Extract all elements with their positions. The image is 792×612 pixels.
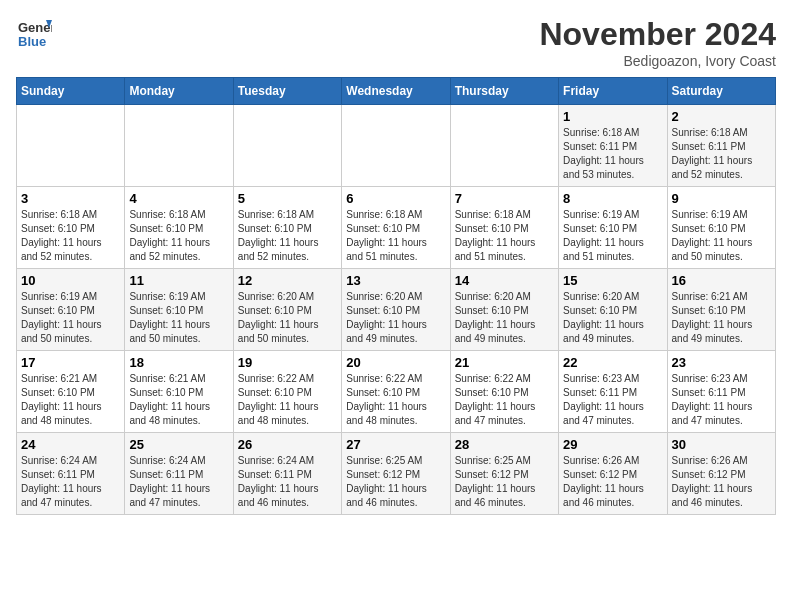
day-cell: 5Sunrise: 6:18 AM Sunset: 6:10 PM Daylig… (233, 187, 341, 269)
day-number: 16 (672, 273, 771, 288)
day-number: 9 (672, 191, 771, 206)
day-number: 14 (455, 273, 554, 288)
day-info: Sunrise: 6:19 AM Sunset: 6:10 PM Dayligh… (672, 208, 771, 264)
day-number: 5 (238, 191, 337, 206)
title-block: November 2024 Bedigoazon, Ivory Coast (539, 16, 776, 69)
weekday-header-friday: Friday (559, 78, 667, 105)
day-cell: 23Sunrise: 6:23 AM Sunset: 6:11 PM Dayli… (667, 351, 775, 433)
day-info: Sunrise: 6:23 AM Sunset: 6:11 PM Dayligh… (563, 372, 662, 428)
month-title: November 2024 (539, 16, 776, 53)
day-number: 25 (129, 437, 228, 452)
svg-text:Blue: Blue (18, 34, 46, 49)
day-cell: 21Sunrise: 6:22 AM Sunset: 6:10 PM Dayli… (450, 351, 558, 433)
day-cell: 7Sunrise: 6:18 AM Sunset: 6:10 PM Daylig… (450, 187, 558, 269)
weekday-header-saturday: Saturday (667, 78, 775, 105)
day-number: 28 (455, 437, 554, 452)
day-cell (17, 105, 125, 187)
day-cell: 30Sunrise: 6:26 AM Sunset: 6:12 PM Dayli… (667, 433, 775, 515)
day-cell: 2Sunrise: 6:18 AM Sunset: 6:11 PM Daylig… (667, 105, 775, 187)
day-cell: 3Sunrise: 6:18 AM Sunset: 6:10 PM Daylig… (17, 187, 125, 269)
day-info: Sunrise: 6:19 AM Sunset: 6:10 PM Dayligh… (563, 208, 662, 264)
day-cell: 19Sunrise: 6:22 AM Sunset: 6:10 PM Dayli… (233, 351, 341, 433)
day-number: 1 (563, 109, 662, 124)
day-cell: 26Sunrise: 6:24 AM Sunset: 6:11 PM Dayli… (233, 433, 341, 515)
day-number: 8 (563, 191, 662, 206)
location-subtitle: Bedigoazon, Ivory Coast (539, 53, 776, 69)
day-number: 20 (346, 355, 445, 370)
day-cell (233, 105, 341, 187)
day-cell: 17Sunrise: 6:21 AM Sunset: 6:10 PM Dayli… (17, 351, 125, 433)
day-cell (450, 105, 558, 187)
day-number: 30 (672, 437, 771, 452)
day-cell: 27Sunrise: 6:25 AM Sunset: 6:12 PM Dayli… (342, 433, 450, 515)
day-info: Sunrise: 6:21 AM Sunset: 6:10 PM Dayligh… (672, 290, 771, 346)
day-info: Sunrise: 6:19 AM Sunset: 6:10 PM Dayligh… (129, 290, 228, 346)
day-info: Sunrise: 6:18 AM Sunset: 6:11 PM Dayligh… (563, 126, 662, 182)
calendar-table: SundayMondayTuesdayWednesdayThursdayFrid… (16, 77, 776, 515)
weekday-header-tuesday: Tuesday (233, 78, 341, 105)
day-info: Sunrise: 6:18 AM Sunset: 6:10 PM Dayligh… (455, 208, 554, 264)
day-number: 7 (455, 191, 554, 206)
day-cell: 4Sunrise: 6:18 AM Sunset: 6:10 PM Daylig… (125, 187, 233, 269)
day-info: Sunrise: 6:25 AM Sunset: 6:12 PM Dayligh… (455, 454, 554, 510)
day-number: 21 (455, 355, 554, 370)
day-number: 11 (129, 273, 228, 288)
day-number: 3 (21, 191, 120, 206)
weekday-header-wednesday: Wednesday (342, 78, 450, 105)
day-number: 29 (563, 437, 662, 452)
day-cell: 6Sunrise: 6:18 AM Sunset: 6:10 PM Daylig… (342, 187, 450, 269)
page-header: General Blue November 2024 Bedigoazon, I… (16, 16, 776, 69)
week-row-1: 1Sunrise: 6:18 AM Sunset: 6:11 PM Daylig… (17, 105, 776, 187)
day-number: 6 (346, 191, 445, 206)
week-row-5: 24Sunrise: 6:24 AM Sunset: 6:11 PM Dayli… (17, 433, 776, 515)
day-number: 10 (21, 273, 120, 288)
day-cell: 13Sunrise: 6:20 AM Sunset: 6:10 PM Dayli… (342, 269, 450, 351)
weekday-header-sunday: Sunday (17, 78, 125, 105)
weekday-header-row: SundayMondayTuesdayWednesdayThursdayFrid… (17, 78, 776, 105)
day-cell: 15Sunrise: 6:20 AM Sunset: 6:10 PM Dayli… (559, 269, 667, 351)
day-info: Sunrise: 6:20 AM Sunset: 6:10 PM Dayligh… (563, 290, 662, 346)
day-cell: 18Sunrise: 6:21 AM Sunset: 6:10 PM Dayli… (125, 351, 233, 433)
day-cell: 24Sunrise: 6:24 AM Sunset: 6:11 PM Dayli… (17, 433, 125, 515)
day-cell: 14Sunrise: 6:20 AM Sunset: 6:10 PM Dayli… (450, 269, 558, 351)
day-cell: 8Sunrise: 6:19 AM Sunset: 6:10 PM Daylig… (559, 187, 667, 269)
day-number: 4 (129, 191, 228, 206)
day-info: Sunrise: 6:18 AM Sunset: 6:10 PM Dayligh… (346, 208, 445, 264)
day-info: Sunrise: 6:18 AM Sunset: 6:11 PM Dayligh… (672, 126, 771, 182)
day-cell: 20Sunrise: 6:22 AM Sunset: 6:10 PM Dayli… (342, 351, 450, 433)
day-info: Sunrise: 6:18 AM Sunset: 6:10 PM Dayligh… (129, 208, 228, 264)
day-info: Sunrise: 6:19 AM Sunset: 6:10 PM Dayligh… (21, 290, 120, 346)
day-number: 12 (238, 273, 337, 288)
day-number: 19 (238, 355, 337, 370)
day-cell: 12Sunrise: 6:20 AM Sunset: 6:10 PM Dayli… (233, 269, 341, 351)
day-number: 17 (21, 355, 120, 370)
day-number: 24 (21, 437, 120, 452)
day-info: Sunrise: 6:18 AM Sunset: 6:10 PM Dayligh… (21, 208, 120, 264)
day-info: Sunrise: 6:20 AM Sunset: 6:10 PM Dayligh… (346, 290, 445, 346)
day-cell: 10Sunrise: 6:19 AM Sunset: 6:10 PM Dayli… (17, 269, 125, 351)
day-cell: 28Sunrise: 6:25 AM Sunset: 6:12 PM Dayli… (450, 433, 558, 515)
week-row-2: 3Sunrise: 6:18 AM Sunset: 6:10 PM Daylig… (17, 187, 776, 269)
day-number: 22 (563, 355, 662, 370)
day-number: 18 (129, 355, 228, 370)
day-cell: 22Sunrise: 6:23 AM Sunset: 6:11 PM Dayli… (559, 351, 667, 433)
day-cell: 29Sunrise: 6:26 AM Sunset: 6:12 PM Dayli… (559, 433, 667, 515)
week-row-3: 10Sunrise: 6:19 AM Sunset: 6:10 PM Dayli… (17, 269, 776, 351)
day-info: Sunrise: 6:20 AM Sunset: 6:10 PM Dayligh… (238, 290, 337, 346)
day-info: Sunrise: 6:20 AM Sunset: 6:10 PM Dayligh… (455, 290, 554, 346)
day-cell: 25Sunrise: 6:24 AM Sunset: 6:11 PM Dayli… (125, 433, 233, 515)
logo-svg: General Blue (16, 16, 52, 52)
day-number: 26 (238, 437, 337, 452)
logo: General Blue (16, 16, 52, 52)
day-info: Sunrise: 6:24 AM Sunset: 6:11 PM Dayligh… (238, 454, 337, 510)
day-number: 13 (346, 273, 445, 288)
day-info: Sunrise: 6:22 AM Sunset: 6:10 PM Dayligh… (455, 372, 554, 428)
day-cell: 1Sunrise: 6:18 AM Sunset: 6:11 PM Daylig… (559, 105, 667, 187)
week-row-4: 17Sunrise: 6:21 AM Sunset: 6:10 PM Dayli… (17, 351, 776, 433)
day-cell: 16Sunrise: 6:21 AM Sunset: 6:10 PM Dayli… (667, 269, 775, 351)
day-info: Sunrise: 6:21 AM Sunset: 6:10 PM Dayligh… (21, 372, 120, 428)
day-number: 15 (563, 273, 662, 288)
day-cell (342, 105, 450, 187)
day-number: 27 (346, 437, 445, 452)
day-cell: 11Sunrise: 6:19 AM Sunset: 6:10 PM Dayli… (125, 269, 233, 351)
